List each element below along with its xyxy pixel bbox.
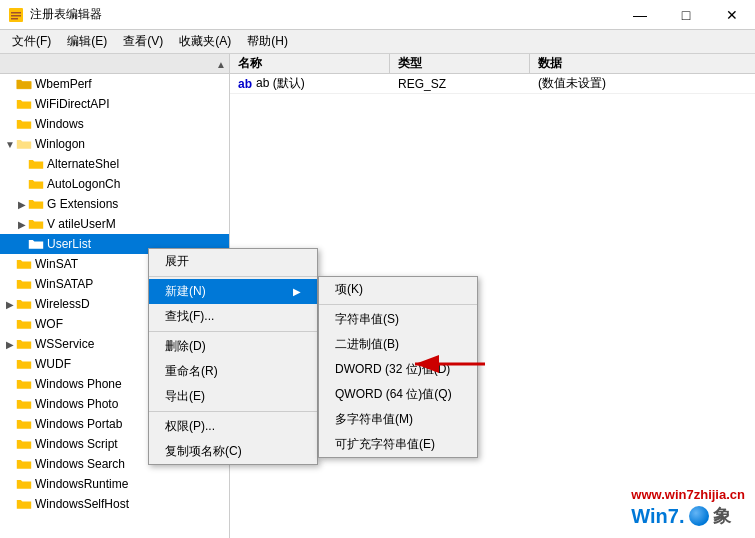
sub-item-string[interactable]: 字符串值(S) (319, 307, 477, 332)
window-title: 注册表编辑器 (30, 6, 102, 23)
ctx-delete[interactable]: 删除(D) (149, 334, 317, 359)
svg-rect-3 (11, 18, 18, 20)
tree-item-alternateshell[interactable]: ▶ AlternateShel (0, 154, 229, 174)
folder-icon (16, 477, 32, 491)
tree-header: ▲ (0, 54, 229, 74)
tree-item-label: WiFiDirectAPI (35, 97, 110, 111)
tree-item-label: Windows (35, 117, 84, 131)
reg-name-cell: ab ab (默认) (230, 75, 390, 92)
col-type: 类型 (390, 54, 530, 73)
tree-item-label: Windows Photo (35, 397, 118, 411)
reg-data-cell: (数值未设置) (530, 75, 755, 92)
expand-winlogon[interactable]: ▼ (4, 138, 16, 150)
submenu-arrow: ▶ (293, 286, 301, 297)
tree-item-wifidirect[interactable]: ▶ WiFiDirectAPI (0, 94, 229, 114)
title-bar: 注册表编辑器 — □ ✕ (0, 0, 755, 30)
folder-icon (16, 137, 32, 151)
win7-text: Win7. (631, 505, 684, 528)
ctx-new[interactable]: 新建(N) ▶ (149, 279, 317, 304)
folder-icon (16, 457, 32, 471)
reg-type-icon: ab (238, 77, 252, 91)
folder-icon (16, 437, 32, 451)
expand-wsservice[interactable]: ▶ (4, 338, 16, 350)
tree-item-label: V atileUserM (47, 217, 116, 231)
registry-row-default[interactable]: ab ab (默认) REG_SZ (数值未设置) (230, 74, 755, 94)
tree-item-label: WOF (35, 317, 63, 331)
tree-item-autologon[interactable]: ▶ AutoLogonCh (0, 174, 229, 194)
ctx-expand[interactable]: 展开 (149, 249, 317, 274)
expand-volatile[interactable]: ▶ (16, 218, 28, 230)
folder-icon (16, 297, 32, 311)
ctx-export[interactable]: 导出(E) (149, 384, 317, 409)
svg-rect-1 (11, 12, 21, 14)
tree-item-windowsselfhost[interactable]: ▶ WindowsSelfHost (0, 494, 229, 514)
tree-item-label: Windows Phone (35, 377, 122, 391)
tree-item-gpe[interactable]: ▶ G Extensions (0, 194, 229, 214)
ctx-find[interactable]: 查找(F)... (149, 304, 317, 329)
menu-favorites[interactable]: 收藏夹(A) (171, 31, 239, 52)
folder-icon (16, 97, 32, 111)
tree-item-label: AutoLogonCh (47, 177, 120, 191)
tree-item-wbemperf[interactable]: ▶ WbemPerf (0, 74, 229, 94)
tree-item-label: WinSAT (35, 257, 78, 271)
window-controls: — □ ✕ (617, 0, 755, 30)
ctx-new-label: 新建(N) (165, 283, 206, 300)
sub-item-key[interactable]: 项(K) (319, 277, 477, 302)
folder-icon (16, 257, 32, 271)
menu-edit[interactable]: 编辑(E) (59, 31, 115, 52)
sub-item-multistring[interactable]: 多字符串值(M) (319, 407, 477, 432)
app-icon (8, 7, 24, 23)
right-panel-header: 名称 类型 数据 (230, 54, 755, 74)
tree-item-label: Winlogon (35, 137, 85, 151)
menu-file[interactable]: 文件(F) (4, 31, 59, 52)
ctx-copy-name[interactable]: 复制项名称(C) (149, 439, 317, 464)
reg-type-cell: REG_SZ (390, 77, 530, 91)
maximize-button[interactable]: □ (663, 0, 709, 30)
reg-name: ab (默认) (256, 75, 305, 92)
folder-icon (16, 117, 32, 131)
ctx-rename[interactable]: 重命名(R) (149, 359, 317, 384)
win7-logo-circle (689, 506, 709, 526)
watermark-site: www.win7zhijia.cn (631, 487, 745, 502)
folder-icon (28, 197, 44, 211)
watermark: www.win7zhijia.cn Win7. 象 (631, 487, 745, 528)
tree-item-windowsruntime[interactable]: ▶ WindowsRuntime (0, 474, 229, 494)
folder-icon (28, 237, 44, 251)
ctx-separator-3 (149, 411, 317, 412)
menu-view[interactable]: 查看(V) (115, 31, 171, 52)
folder-icon (28, 157, 44, 171)
sub-item-expandstring[interactable]: 可扩充字符串值(E) (319, 432, 477, 457)
tree-item-label: Windows Script (35, 437, 118, 451)
folder-icon (16, 77, 32, 91)
ctx-separator-2 (149, 331, 317, 332)
tree-item-label: WSService (35, 337, 94, 351)
tree-item-label: WirelessD (35, 297, 90, 311)
sub-separator-1 (319, 304, 477, 305)
folder-icon (16, 397, 32, 411)
folder-icon (16, 377, 32, 391)
col-data: 数据 (530, 54, 755, 73)
tree-item-label: Windows Portab (35, 417, 122, 431)
ctx-separator-1 (149, 276, 317, 277)
win7-xiang: 象 (713, 504, 731, 528)
tree-item-label: WbemPerf (35, 77, 92, 91)
tree-item-label: UserList (47, 237, 91, 251)
arrow-indicator (410, 344, 490, 387)
folder-icon (28, 177, 44, 191)
expand-wirelessd[interactable]: ▶ (4, 298, 16, 310)
tree-item-winlogon[interactable]: ▼ Winlogon (0, 134, 229, 154)
folder-icon (16, 277, 32, 291)
tree-item-label: WindowsSelfHost (35, 497, 129, 511)
tree-item-volatile[interactable]: ▶ V atileUserM (0, 214, 229, 234)
svg-rect-2 (11, 15, 21, 17)
menu-help[interactable]: 帮助(H) (239, 31, 296, 52)
watermark-logo: Win7. 象 (631, 504, 745, 528)
ctx-permissions[interactable]: 权限(P)... (149, 414, 317, 439)
expand-gpe[interactable]: ▶ (16, 198, 28, 210)
tree-scroll-up[interactable]: ▲ (213, 54, 229, 74)
tree-item-windows[interactable]: ▶ Windows (0, 114, 229, 134)
context-menu: 展开 新建(N) ▶ 查找(F)... 删除(D) 重命名(R) 导出(E) 权… (148, 248, 318, 465)
close-button[interactable]: ✕ (709, 0, 755, 30)
minimize-button[interactable]: — (617, 0, 663, 30)
tree-item-label: WUDF (35, 357, 71, 371)
